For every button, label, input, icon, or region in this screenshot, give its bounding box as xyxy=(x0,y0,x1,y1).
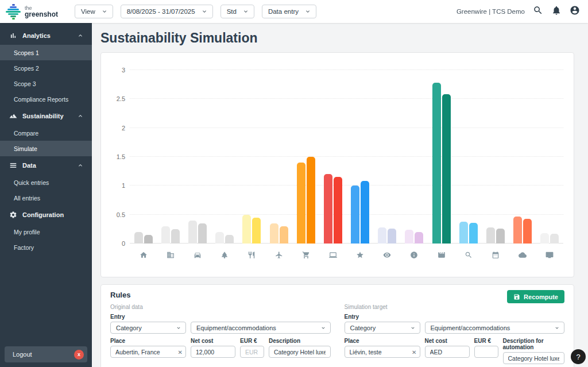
bar-search-simulated[interactable] xyxy=(469,223,478,244)
logout-button[interactable]: Logout x xyxy=(5,346,87,362)
target-place-input[interactable] xyxy=(345,346,420,358)
sidebar-item-my-profile[interactable]: My profile xyxy=(0,224,92,239)
original-eur-input[interactable] xyxy=(240,346,264,358)
x-axis-category-flight xyxy=(269,251,289,259)
bar-restaurant-simulated[interactable] xyxy=(252,218,261,244)
original-entry-type-select[interactable]: Category xyxy=(110,322,186,334)
y-axis-tick-label: 2.5 xyxy=(110,95,125,102)
bar-chart-icon xyxy=(9,32,17,40)
sidebar-section-data[interactable]: Data xyxy=(0,156,92,175)
original-description-input[interactable] xyxy=(269,346,331,358)
x-axis-category-shopping-cart xyxy=(296,251,316,259)
bar-shopping-cart-original[interactable] xyxy=(297,163,305,244)
bar-star-original[interactable] xyxy=(351,186,359,244)
target-net-cost-input[interactable] xyxy=(425,346,470,358)
bar-movie-simulated[interactable] xyxy=(442,94,451,244)
sidebar-item-scopes-2[interactable]: Scopes 2 xyxy=(0,60,92,76)
eur-label: EUR € xyxy=(240,338,264,344)
target-eur-input[interactable] xyxy=(474,346,498,358)
chevron-down-icon xyxy=(320,325,326,331)
help-button[interactable]: ? xyxy=(571,349,586,364)
original-net-cost-input[interactable] xyxy=(191,346,235,358)
clear-icon[interactable]: ✕ xyxy=(178,349,183,355)
bar-tree-original[interactable] xyxy=(215,232,224,244)
sidebar-section-label: Sustainability xyxy=(22,113,77,119)
bar-info-original[interactable] xyxy=(405,230,413,244)
header-dropdown-8-08-2025-31-07-2025[interactable]: 8/08/2025 - 31/07/2025 xyxy=(121,5,213,18)
header-dropdown-std[interactable]: Std xyxy=(220,5,254,18)
target-entry-type-select[interactable]: Category xyxy=(345,322,420,334)
sidebar-item-simulate[interactable]: Simulate xyxy=(0,141,92,156)
bar-flight-original[interactable] xyxy=(270,223,278,244)
eur-label: EUR € xyxy=(474,338,498,344)
sidebar-item-scopes-1[interactable]: Scopes 1 xyxy=(0,45,92,60)
sidebar-section-analytics[interactable]: Analytics xyxy=(0,26,92,45)
shopping-cart-icon xyxy=(302,251,310,259)
target-description-input[interactable] xyxy=(503,352,565,364)
bar-tree-simulated[interactable] xyxy=(225,235,234,244)
bar-monitor-original[interactable] xyxy=(540,233,549,244)
description-label: Description for automation xyxy=(503,338,565,350)
sidebar-item-scope-3[interactable]: Scope 3 xyxy=(0,76,92,91)
original-place-input[interactable] xyxy=(110,346,186,358)
bar-search-original[interactable] xyxy=(459,222,468,244)
bar-cloud-simulated[interactable] xyxy=(523,219,532,244)
bar-monitor-simulated[interactable] xyxy=(550,234,559,244)
bar-group-laptop xyxy=(323,174,343,244)
sidebar-item-all-entries[interactable]: All entries xyxy=(0,190,92,206)
select-value: Category xyxy=(116,324,142,331)
bar-eye-original[interactable] xyxy=(378,227,386,244)
bar-home-simulated[interactable] xyxy=(144,235,153,244)
avatar-icon xyxy=(570,5,580,16)
info-icon xyxy=(410,251,418,259)
original-entry-value-select[interactable]: Equipment/accommodations xyxy=(191,322,331,334)
place-label: Place xyxy=(345,338,420,344)
x-axis-category-tree xyxy=(215,251,234,259)
bar-laptop-simulated[interactable] xyxy=(334,177,342,244)
bar-calendar-simulated[interactable] xyxy=(496,229,505,244)
bar-car-original[interactable] xyxy=(188,221,197,244)
main-content: Sustainability Simulation 00.511.522.53 … xyxy=(92,23,588,367)
clear-icon[interactable]: ✕ xyxy=(412,349,416,355)
bar-car-simulated[interactable] xyxy=(198,223,207,244)
bar-office-building-simulated[interactable] xyxy=(171,229,180,244)
tree-icon xyxy=(220,251,229,259)
x-axis-category-eye xyxy=(377,251,397,259)
laptop-icon xyxy=(329,251,337,259)
bar-info-simulated[interactable] xyxy=(415,232,423,244)
search-icon[interactable] xyxy=(533,5,543,18)
sidebar-item-compare[interactable]: Compare xyxy=(0,125,92,141)
bell-icon xyxy=(551,5,562,16)
dropdown-label: View xyxy=(81,8,95,15)
rules-title: Rules xyxy=(110,291,564,299)
bar-shopping-cart-simulated[interactable] xyxy=(307,157,315,244)
bar-home-original[interactable] xyxy=(134,232,143,244)
simulation-chart-card: 00.511.522.53 xyxy=(100,52,574,277)
logo-text-greenshot: greenshot xyxy=(25,11,58,18)
sidebar-item-quick-entries[interactable]: Quick entries xyxy=(0,175,92,190)
sidebar-item-factory[interactable]: Factory xyxy=(0,239,92,255)
account-avatar-icon[interactable] xyxy=(570,5,580,18)
bar-restaurant-original[interactable] xyxy=(242,215,251,244)
sidebar-item-compliance-reports[interactable]: Compliance Reports xyxy=(0,91,92,107)
target-entry-value-select[interactable]: Equipment/accommodations xyxy=(425,322,565,334)
bar-eye-simulated[interactable] xyxy=(388,229,396,244)
notifications-bell-icon[interactable] xyxy=(551,5,562,18)
x-axis-category-home xyxy=(134,251,153,259)
page-title: Sustainability Simulation xyxy=(100,30,574,46)
search-icon xyxy=(533,5,543,16)
sidebar-section-sustainability[interactable]: Sustainability xyxy=(0,107,92,125)
recompute-button[interactable]: Recompute xyxy=(507,290,564,303)
header-dropdown-data-entry[interactable]: Data entry xyxy=(262,5,316,18)
bar-cloud-original[interactable] xyxy=(513,217,522,244)
x-axis-category-info xyxy=(404,251,424,259)
header-dropdown-view[interactable]: View xyxy=(75,5,113,18)
bar-star-simulated[interactable] xyxy=(361,181,369,244)
bar-calendar-original[interactable] xyxy=(486,227,495,244)
bar-flight-simulated[interactable] xyxy=(280,226,288,244)
bar-office-building-original[interactable] xyxy=(161,226,170,244)
bar-movie-original[interactable] xyxy=(432,83,441,244)
sidebar-section-configuration[interactable]: Configuration xyxy=(0,206,92,224)
bar-laptop-original[interactable] xyxy=(324,174,332,244)
restaurant-icon xyxy=(247,251,256,259)
